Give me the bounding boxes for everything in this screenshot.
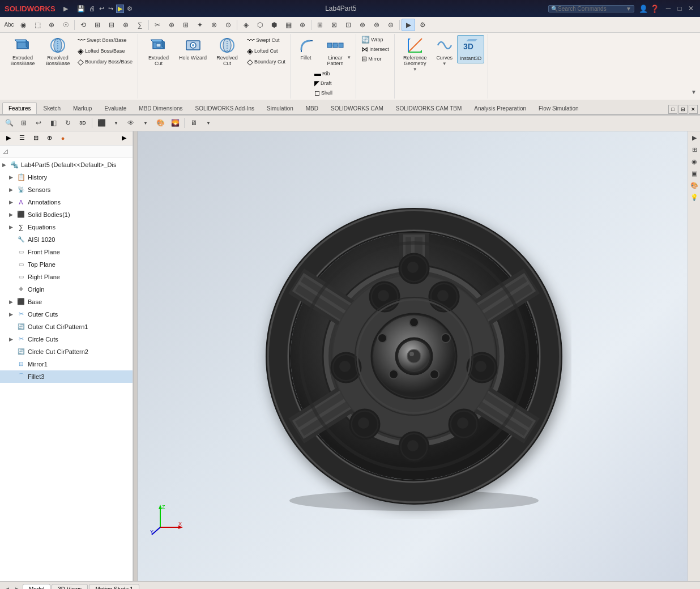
bottom-tab-next[interactable]: ▶ — [12, 584, 22, 589]
help-icon[interactable]: ❓ — [650, 5, 659, 13]
tb2-icon16[interactable]: ⊙ — [221, 19, 235, 31]
lpt-grid-btn[interactable]: ⊞ — [29, 133, 42, 144]
tb2-icon19[interactable]: ⬢ — [267, 19, 281, 31]
ft-item-origin[interactable]: ▶ ✚ Origin — [0, 283, 133, 296]
tb2-icon7[interactable]: ⊞ — [91, 19, 104, 31]
extruded-boss-btn[interactable]: Extruded Boss/Base — [6, 35, 40, 68]
rp-btn2[interactable]: ⊞ — [689, 144, 700, 156]
ft-item-outer-cut-cirpattern1[interactable]: ▶ 🔄 Outer Cut CirPattern1 — [0, 321, 133, 333]
swept-boss-btn[interactable]: 〰 Swept Boss/Base — [76, 35, 134, 45]
vt-zoom-prev[interactable]: ↩ — [32, 117, 45, 129]
tab-simulation[interactable]: Simulation — [261, 103, 300, 114]
tb2-icon5[interactable]: ☉ — [59, 19, 72, 31]
ft-item-solid-bodies[interactable]: ▶ ⬛ Solid Bodies(1) — [0, 208, 133, 221]
ribbon-expand-btn[interactable]: ▼ — [690, 88, 698, 96]
tb2-icon15[interactable]: ⊗ — [207, 19, 221, 31]
qa-select[interactable]: ▶ — [116, 5, 124, 13]
vt-scene[interactable]: 🌄 — [168, 117, 182, 129]
tab-solidworks-cam-tbm[interactable]: SOLIDWORKS CAM TBM — [390, 103, 468, 114]
qa-options[interactable]: ⚙ — [126, 5, 134, 12]
vt-hide-show[interactable]: 👁 — [124, 117, 138, 129]
swept-cut-btn[interactable]: 〰 Swept Cut — [245, 35, 287, 45]
tab-solidworks-cam[interactable]: SOLIDWORKS CAM — [325, 103, 390, 114]
tb2-icon4[interactable]: ⊕ — [45, 19, 58, 31]
rp-btn4[interactable]: ▣ — [689, 168, 700, 180]
instant3d-btn[interactable]: 3D Instant3D — [457, 35, 485, 63]
ft-item-mirror1[interactable]: ▶ ⊟ Mirror1 — [0, 358, 133, 370]
ft-item-front-plane[interactable]: ▶ ▭ Front Plane — [0, 246, 133, 258]
splitter-handle[interactable] — [133, 131, 138, 581]
fillet-btn[interactable]: Fillet — [294, 35, 317, 62]
hole-wizard-btn[interactable]: Hole Wizard — [177, 35, 209, 62]
tb2-icon17[interactable]: ◈ — [239, 19, 253, 31]
vt-view-orient-dropdown[interactable]: ▼ — [202, 117, 215, 129]
ft-item-aisi1020[interactable]: ▶ 🔧 AISI 1020 — [0, 233, 133, 246]
tab-markup[interactable]: Markup — [67, 103, 98, 114]
reference-geometry-btn[interactable]: Reference Geometry ▼ — [398, 35, 432, 73]
lpt-select-btn[interactable]: ▶ — [2, 133, 15, 144]
ft-item-top-plane[interactable]: ▶ ▭ Top Plane — [0, 258, 133, 271]
linear-pattern-btn[interactable]: Linear Pattern ▼ — [318, 35, 352, 68]
rp-btn1[interactable]: ▶ — [689, 133, 700, 144]
tab-motion-study-1[interactable]: Motion Study 1 — [89, 584, 139, 589]
close-btn[interactable]: ✕ — [686, 4, 695, 13]
tb2-icon23[interactable]: ⊠ — [327, 19, 341, 31]
tb2-icon29[interactable]: ⚙ — [416, 19, 429, 31]
vt-rotate[interactable]: ↻ — [61, 117, 75, 129]
vt-zoom-region[interactable]: 🔍 — [2, 117, 16, 129]
ft-item-outer-cuts[interactable]: ▶ ✂ Outer Cuts — [0, 308, 133, 321]
rib-btn[interactable]: ▬ Rib — [313, 69, 334, 78]
tb2-icon28[interactable]: ▶ — [402, 19, 415, 31]
tab-evaluate[interactable]: Evaluate — [98, 103, 133, 114]
new-file-btn[interactable]: ▶ — [60, 3, 71, 14]
boundary-boss-btn[interactable]: ◇ Boundary Boss/Base — [76, 57, 134, 67]
panel-expand-1[interactable]: □ — [668, 105, 677, 114]
lofted-cut-btn[interactable]: ◈ Lofted Cut — [245, 46, 287, 56]
curves-btn[interactable]: Curves ▼ — [433, 35, 456, 67]
lpt-add-btn[interactable]: ⊕ — [43, 133, 56, 144]
user-icon[interactable]: 👤 — [639, 5, 648, 13]
tb2-icon1[interactable]: Abc — [2, 19, 16, 31]
tb2-icon14[interactable]: ✦ — [193, 19, 207, 31]
lofted-boss-btn[interactable]: ◈ Lofted Boss/Base — [76, 46, 134, 56]
tb2-icon27[interactable]: ⊝ — [384, 19, 398, 31]
ft-item-equations[interactable]: ▶ ∑ Equations — [0, 221, 133, 233]
mirror-btn[interactable]: ⊟ Mirror — [360, 54, 391, 63]
tb2-icon18[interactable]: ⬡ — [253, 19, 267, 31]
search-input[interactable] — [558, 6, 626, 12]
window-controls[interactable]: ─ □ ✕ — [664, 4, 695, 13]
extruded-cut-btn[interactable]: Extruded Cut — [142, 35, 176, 68]
lpt-expand-btn[interactable]: ▶ — [118, 133, 130, 144]
ft-item-annotations[interactable]: ▶ A Annotations — [0, 196, 133, 208]
ft-root[interactable]: ▶ 🔩 Lab4Part5 (Default<<Default>_Dis — [0, 159, 133, 171]
intersect-btn[interactable]: ⋈ Intersect — [360, 45, 391, 54]
ft-item-sensors[interactable]: ▶ 📡 Sensors — [0, 183, 133, 196]
tb2-icon21[interactable]: ⊕ — [296, 19, 309, 31]
panel-expand-2[interactable]: ⊟ — [678, 105, 688, 114]
tb2-icon2[interactable]: ◉ — [16, 19, 30, 31]
ft-item-right-plane[interactable]: ▶ ▭ Right Plane — [0, 271, 133, 283]
qa-print[interactable]: 🖨 — [88, 5, 96, 12]
lpt-color-btn[interactable]: ● — [57, 133, 69, 144]
rp-btn6[interactable]: 💡 — [689, 192, 700, 203]
tab-features[interactable]: Features — [2, 103, 37, 114]
tb2-icon8[interactable]: ⊟ — [105, 19, 118, 31]
vt-display-style[interactable]: ⬛ — [95, 117, 108, 129]
tab-3d-views[interactable]: 3D Views — [52, 584, 88, 589]
minimize-btn[interactable]: ─ — [664, 4, 673, 13]
ft-item-base[interactable]: ▶ ⬛ Base — [0, 296, 133, 308]
vt-3d-view[interactable]: 3D — [76, 117, 89, 129]
viewport[interactable]: Z X Y — [138, 131, 688, 581]
lpt-list-btn[interactable]: ☰ — [16, 133, 28, 144]
boundary-cut-btn[interactable]: ◇ Boundary Cut — [245, 57, 287, 67]
tb2-icon26[interactable]: ⊜ — [370, 19, 383, 31]
shell-btn[interactable]: ◻ Shell — [313, 88, 334, 97]
maximize-btn[interactable]: □ — [675, 4, 684, 13]
qa-save[interactable]: 💾 — [76, 5, 86, 12]
tb2-icon13[interactable]: ⊞ — [179, 19, 193, 31]
tb2-icon9[interactable]: ⊕ — [119, 19, 133, 31]
ft-item-fillet3[interactable]: ▶ ⌒ Fillet3 — [0, 370, 133, 383]
rp-btn5[interactable]: 🎨 — [689, 180, 700, 191]
tab-sketch[interactable]: Sketch — [37, 103, 67, 114]
draft-btn[interactable]: ◤ Draft — [313, 79, 334, 88]
